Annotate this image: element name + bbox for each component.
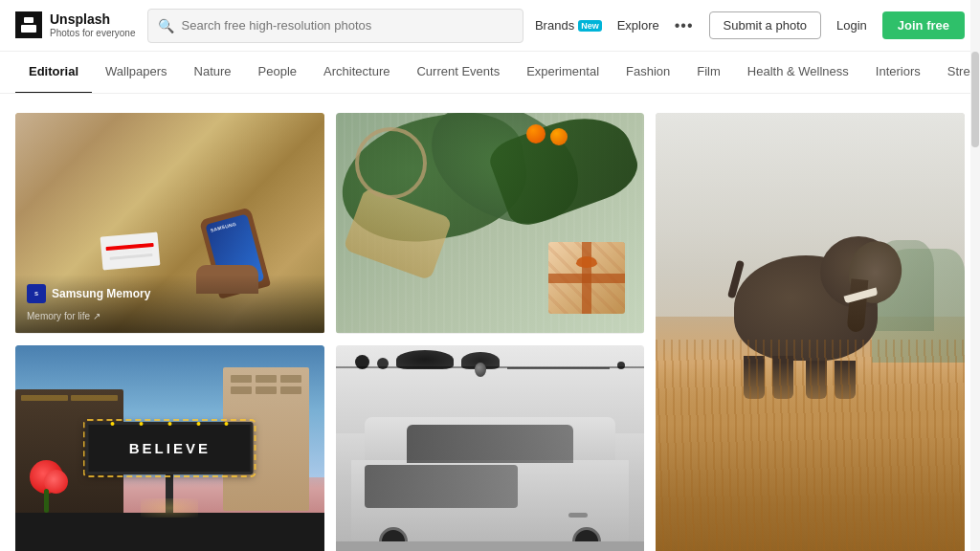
logo[interactable]: Unsplash Photos for everyone	[15, 11, 136, 39]
svg-rect-1	[21, 25, 36, 33]
new-badge: New	[578, 20, 602, 32]
explore-label: Explore	[617, 18, 659, 33]
cat-health-wellness[interactable]: Health & Wellness	[734, 52, 862, 94]
submit-photo-button[interactable]: Submit a photo	[709, 11, 821, 39]
brands-link[interactable]: Brands New	[535, 18, 602, 33]
photo-elephant[interactable]	[656, 113, 965, 551]
search-icon: 🔍	[158, 18, 174, 33]
join-free-button[interactable]: Join free	[882, 11, 965, 39]
cat-current-events[interactable]: Current Events	[403, 52, 513, 94]
search-bar[interactable]: 🔍	[147, 9, 523, 43]
svg-rect-0	[24, 17, 33, 23]
category-nav: Editorial Wallpapers Nature People Archi…	[0, 52, 980, 94]
photo-believe-sign[interactable]: BELIEVE	[15, 345, 324, 551]
cat-wallpapers[interactable]: Wallpapers	[92, 52, 181, 94]
cat-fashion[interactable]: Fashion	[612, 52, 683, 94]
logo-text: Unsplash Photos for everyone	[50, 11, 136, 39]
brand-name-text: Samsung Memory	[52, 287, 150, 300]
logo-icon	[15, 11, 42, 38]
logo-title: Unsplash	[50, 11, 136, 28]
cat-experimental[interactable]: Experimental	[513, 52, 612, 94]
more-options-button[interactable]: •••	[675, 17, 694, 34]
search-input[interactable]	[182, 18, 513, 33]
photo-samsung-memory[interactable]: SAMSUNG S Samsung Memory Memory for life…	[15, 113, 324, 334]
cat-people[interactable]: People	[245, 52, 310, 94]
logo-subtitle: Photos for everyone	[50, 28, 136, 39]
photo-grid-container: SAMSUNG S Samsung Memory Memory for life…	[0, 94, 980, 551]
cat-interiors[interactable]: Interiors	[862, 52, 934, 94]
photo-bw-van[interactable]	[336, 345, 645, 551]
believe-text: BELIEVE	[129, 440, 211, 456]
login-button[interactable]: Login	[836, 18, 867, 33]
explore-link[interactable]: Explore	[617, 18, 659, 33]
site-header: Unsplash Photos for everyone 🔍 Brands Ne…	[0, 0, 980, 52]
photo-christmas-flatlay[interactable]	[336, 113, 645, 334]
cat-nature[interactable]: Nature	[181, 52, 245, 94]
cat-editorial[interactable]: Editorial	[15, 52, 92, 94]
page-scrollbar[interactable]	[970, 0, 980, 551]
brands-label: Brands	[535, 18, 574, 33]
scrollbar-thumb[interactable]	[971, 52, 979, 147]
header-nav: Brands New Explore ••• Submit a photo Lo…	[535, 11, 965, 39]
cat-film[interactable]: Film	[683, 52, 734, 94]
cat-architecture[interactable]: Architecture	[310, 52, 403, 94]
brand-sub-text: Memory for life ↗	[27, 311, 100, 321]
